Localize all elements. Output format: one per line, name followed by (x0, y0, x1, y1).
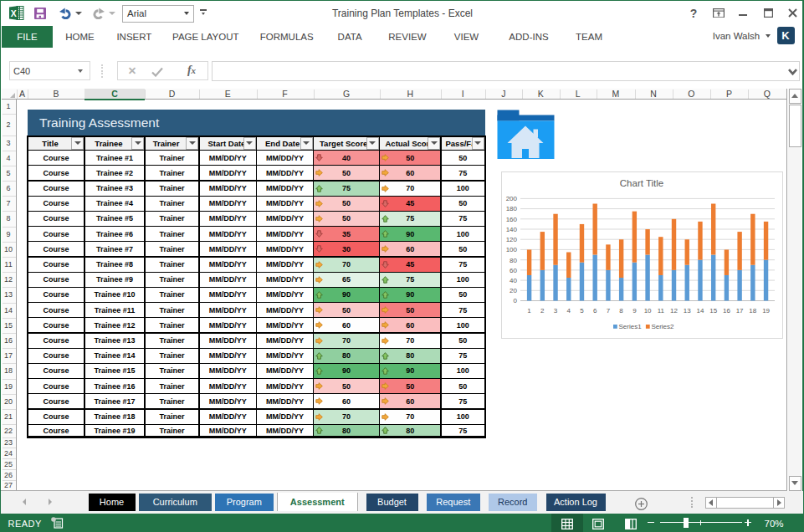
svg-text:14: 14 (697, 306, 704, 314)
svg-text:10: 10 (644, 306, 652, 314)
svg-text:Series1: Series1 (619, 323, 643, 330)
svg-text:13: 13 (684, 306, 691, 314)
svg-text:6: 6 (593, 306, 597, 314)
svg-text:20: 20 (510, 287, 517, 294)
svg-text:11: 11 (658, 306, 665, 314)
svg-text:160: 160 (506, 215, 518, 223)
svg-text:40: 40 (510, 276, 517, 284)
svg-text:X: X (11, 8, 17, 18)
svg-text:9: 9 (632, 306, 637, 314)
svg-text:200: 200 (506, 195, 518, 202)
svg-text:100: 100 (506, 246, 518, 253)
svg-text:60: 60 (510, 266, 517, 274)
svg-text:120: 120 (506, 236, 518, 243)
svg-text:2: 2 (540, 306, 545, 314)
svg-text:12: 12 (670, 306, 678, 314)
svg-text:18: 18 (749, 306, 756, 314)
svg-text:17: 17 (736, 306, 744, 314)
svg-text:15: 15 (709, 306, 717, 314)
svg-text:19: 19 (762, 306, 770, 314)
svg-text:Series2: Series2 (651, 323, 674, 330)
svg-text:Chart Title: Chart Title (620, 178, 663, 188)
svg-text:7: 7 (607, 306, 611, 314)
svg-text:0: 0 (514, 297, 518, 304)
svg-text:16: 16 (723, 306, 730, 314)
svg-text:5: 5 (580, 306, 584, 314)
svg-text:80: 80 (510, 256, 517, 263)
svg-text:1: 1 (527, 306, 531, 314)
svg-text:4: 4 (567, 306, 571, 314)
svg-text:140: 140 (506, 225, 518, 233)
svg-text:8: 8 (619, 306, 623, 314)
svg-text:180: 180 (506, 205, 518, 212)
svg-text:3: 3 (554, 306, 558, 314)
